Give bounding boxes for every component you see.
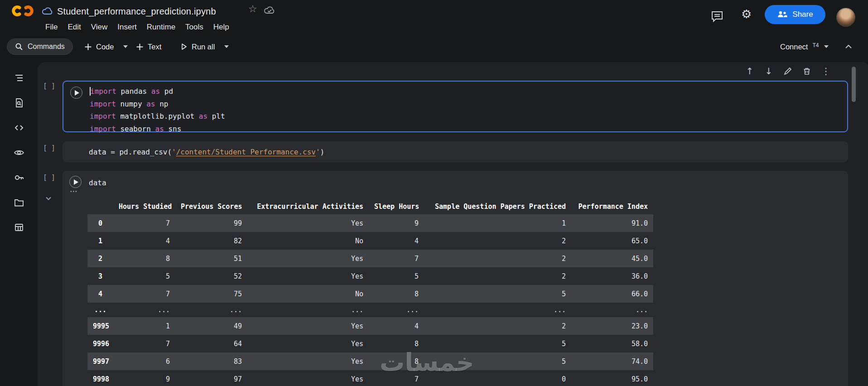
- df-cell: 65.0: [571, 232, 653, 250]
- accelerator-badge: T4: [812, 42, 819, 48]
- df-cell: 83: [175, 352, 247, 370]
- code-cell-imports[interactable]: import pandas as pdimport numpy as npimp…: [63, 81, 848, 132]
- df-cell: 74.0: [571, 352, 653, 370]
- notebook-title[interactable]: Student_performance_prediction.ipynb: [57, 6, 216, 17]
- add-text-button[interactable]: Text: [136, 39, 161, 55]
- menu-runtime[interactable]: Runtime: [147, 23, 175, 32]
- code-snippets-icon[interactable]: [13, 122, 25, 134]
- share-button[interactable]: Share: [765, 5, 825, 24]
- code-editor[interactable]: import pandas as pdimport numpy as npimp…: [90, 85, 225, 135]
- table-of-contents-icon[interactable]: [13, 72, 25, 84]
- menu-bar: FileEditViewInsertRuntimeToolsHelp: [45, 20, 229, 34]
- colab-logo-icon[interactable]: [10, 4, 35, 18]
- df-cell: 5: [369, 267, 424, 285]
- df-cell: No: [247, 285, 369, 303]
- df-column-header: Hours Studied: [113, 199, 175, 214]
- run-all-button[interactable]: Run all: [180, 39, 229, 55]
- cell-toolbar: ↑ ↓ ⋮: [744, 66, 831, 77]
- df-row: 9996764Yes8558.0: [87, 335, 653, 352]
- star-icon[interactable]: ☆: [248, 4, 257, 14]
- df-cell: 1: [424, 214, 571, 232]
- add-code-dropdown-icon[interactable]: [123, 45, 128, 48]
- output-options-icon[interactable]: •••: [70, 189, 78, 194]
- df-cell: 4: [369, 317, 424, 335]
- df-column-header: Extracurricular Activities: [247, 199, 369, 214]
- df-row: 1482No4265.0: [87, 232, 653, 250]
- df-cell: 6: [113, 352, 175, 370]
- save-status-cloud-icon[interactable]: [264, 6, 275, 15]
- df-cell: 91.0: [571, 214, 653, 232]
- more-cell-actions-icon[interactable]: ⋮: [820, 66, 831, 77]
- menu-view[interactable]: View: [91, 23, 108, 32]
- df-cell: No: [247, 232, 369, 250]
- df-row: 9997683Yes8574.0: [87, 352, 653, 370]
- df-cell: 8: [369, 285, 424, 303]
- app-header: Student_performance_prediction.ipynb ☆ F…: [0, 0, 868, 35]
- menu-tools[interactable]: Tools: [185, 23, 203, 32]
- df-row: 4775No8566.0: [87, 285, 653, 303]
- variable-inspector-icon[interactable]: [13, 147, 25, 159]
- df-cell: Yes: [247, 370, 369, 386]
- run-all-dropdown-icon[interactable]: [224, 45, 229, 48]
- code-editor[interactable]: data = pd.read_csv('/content/Student_Per…: [89, 146, 324, 159]
- collapse-output-icon[interactable]: [44, 194, 53, 203]
- collapse-header-button[interactable]: [844, 42, 854, 52]
- settings-gear-icon[interactable]: ⚙: [741, 8, 752, 20]
- run-cell-button[interactable]: [70, 87, 82, 99]
- comments-button[interactable]: [710, 10, 724, 23]
- df-column-header: Previous Scores: [175, 199, 247, 214]
- delete-cell-icon[interactable]: [801, 66, 812, 77]
- code-editor[interactable]: data: [89, 177, 106, 189]
- run-all-label: Run all: [192, 43, 215, 51]
- df-row: 2851Yes7245.0: [87, 250, 653, 267]
- move-cell-up-icon[interactable]: ↑: [744, 66, 755, 77]
- df-column-header: Sample Question Papers Practiced: [424, 199, 571, 214]
- df-cell: 9: [113, 370, 175, 386]
- execution-indicator[interactable]: [ ]: [43, 82, 55, 90]
- edit-cell-icon[interactable]: [782, 66, 793, 77]
- df-cell: 51: [175, 250, 247, 267]
- df-cell: 4: [113, 232, 175, 250]
- df-cell: 7: [113, 335, 175, 352]
- df-cell: 36.0: [571, 267, 653, 285]
- menu-edit[interactable]: Edit: [68, 23, 81, 32]
- df-row: 3552Yes5236.0: [87, 267, 653, 285]
- execution-indicator[interactable]: [ ]: [43, 174, 55, 182]
- df-cell: 49: [175, 317, 247, 335]
- commands-button[interactable]: Commands: [7, 39, 73, 55]
- connect-dropdown-icon[interactable]: [824, 45, 829, 48]
- df-column-header: Sleep Hours: [369, 199, 424, 214]
- menu-insert[interactable]: Insert: [117, 23, 137, 32]
- menu-file[interactable]: File: [45, 23, 58, 32]
- files-folder-icon[interactable]: [13, 197, 25, 208]
- df-cell: 82: [175, 232, 247, 250]
- df-cell: 45.0: [571, 250, 653, 267]
- df-cell: 52: [175, 267, 247, 285]
- df-cell: ...: [175, 303, 247, 317]
- share-label: Share: [792, 10, 813, 19]
- add-code-button[interactable]: Code: [84, 39, 128, 55]
- df-row: 9998997Yes7095.0: [87, 370, 653, 386]
- connect-label: Connect: [780, 43, 808, 51]
- move-cell-down-icon[interactable]: ↓: [763, 66, 774, 77]
- connect-button[interactable]: Connect T4: [780, 39, 829, 55]
- df-body: 0799Yes9191.01482No4265.02851Yes7245.035…: [87, 214, 653, 386]
- secrets-key-icon[interactable]: [13, 172, 25, 183]
- find-in-notebook-icon[interactable]: [13, 97, 25, 109]
- df-column-header: Performance Index: [571, 199, 653, 214]
- notebook-toolbar: Commands Code Text Run all Connect T4: [0, 35, 868, 58]
- menu-help[interactable]: Help: [213, 23, 229, 32]
- commands-label: Commands: [28, 43, 65, 51]
- avatar[interactable]: [836, 8, 855, 27]
- df-cell: 23.0: [571, 317, 653, 335]
- code-cell-read-csv[interactable]: data = pd.read_csv('/content/Student_Per…: [63, 141, 848, 162]
- df-cell: 75: [175, 285, 247, 303]
- df-cell: 99: [175, 214, 247, 232]
- df-index-cell: 1: [87, 232, 113, 250]
- run-all-play-icon: [180, 43, 188, 50]
- data-table-icon[interactable]: [13, 222, 25, 233]
- df-header-row: Hours StudiedPrevious ScoresExtracurricu…: [87, 199, 653, 214]
- execution-indicator[interactable]: [ ]: [43, 144, 55, 152]
- run-cell-button[interactable]: [69, 176, 82, 188]
- scrollbar-thumb[interactable]: [852, 67, 856, 102]
